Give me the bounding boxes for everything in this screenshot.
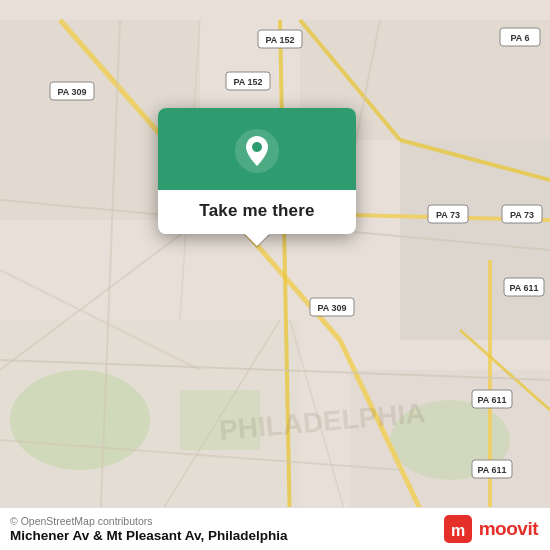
popup-card: Take me there bbox=[158, 108, 356, 234]
svg-text:PA 611: PA 611 bbox=[509, 283, 538, 293]
svg-text:PA 309: PA 309 bbox=[57, 87, 86, 97]
bottom-bar: © OpenStreetMap contributors Michener Av… bbox=[0, 507, 550, 550]
moovit-logo: m moovit bbox=[444, 515, 538, 543]
popup-arrow bbox=[245, 234, 269, 246]
take-me-there-button[interactable]: Take me there bbox=[199, 201, 314, 221]
svg-text:PA 611: PA 611 bbox=[477, 465, 506, 475]
popup-card-bottom: Take me there bbox=[158, 190, 356, 234]
svg-text:PA 73: PA 73 bbox=[510, 210, 534, 220]
svg-point-6 bbox=[10, 370, 150, 470]
map-background: PA 309 PA 152 PA 152 PA 6 PA 309 PA 73 P… bbox=[0, 0, 550, 550]
moovit-m-icon: m bbox=[444, 515, 472, 543]
svg-rect-3 bbox=[400, 140, 550, 340]
svg-text:PA 6: PA 6 bbox=[510, 33, 529, 43]
location-text: Michener Av & Mt Pleasant Av, Philadelph… bbox=[10, 528, 288, 543]
map-container: PA 309 PA 152 PA 152 PA 6 PA 309 PA 73 P… bbox=[0, 0, 550, 550]
svg-point-50 bbox=[252, 142, 262, 152]
svg-text:PA 611: PA 611 bbox=[477, 395, 506, 405]
svg-text:m: m bbox=[451, 522, 465, 539]
svg-text:PA 73: PA 73 bbox=[436, 210, 460, 220]
svg-text:PA 309: PA 309 bbox=[317, 303, 346, 313]
copyright-text: © OpenStreetMap contributors bbox=[10, 515, 288, 527]
bottom-bar-left: © OpenStreetMap contributors Michener Av… bbox=[10, 515, 288, 543]
svg-text:PA 152: PA 152 bbox=[233, 77, 262, 87]
popup-card-top bbox=[158, 108, 356, 190]
location-pin-icon bbox=[234, 128, 280, 174]
moovit-text: moovit bbox=[479, 518, 538, 540]
svg-text:PA 152: PA 152 bbox=[265, 35, 294, 45]
